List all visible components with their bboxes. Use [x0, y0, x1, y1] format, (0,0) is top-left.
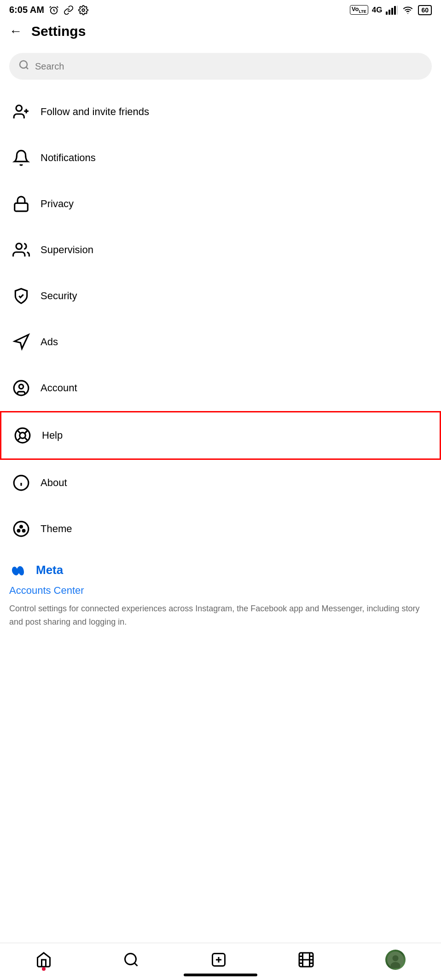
nfc-icon: [64, 5, 74, 15]
nav-create[interactable]: [210, 951, 227, 968]
svg-point-16: [16, 244, 22, 249]
menu-label-ads: Ads: [41, 336, 58, 348]
svg-line-24: [24, 431, 27, 434]
svg-point-9: [408, 13, 409, 14]
back-button[interactable]: ←: [9, 24, 22, 39]
menu-label-notifications: Notifications: [41, 152, 96, 164]
account-circle-icon: [9, 376, 33, 400]
svg-point-18: [19, 384, 23, 389]
home-icon: [35, 951, 52, 968]
svg-point-48: [392, 955, 398, 961]
info-circle-icon: [9, 471, 33, 495]
header: ← Settings: [0, 18, 441, 48]
svg-line-35: [134, 963, 138, 966]
meta-wordmark: Meta: [36, 563, 63, 577]
lock-icon: [9, 192, 33, 216]
lifebuoy-icon: [11, 423, 35, 447]
search-input[interactable]: [35, 61, 423, 72]
nav-reels[interactable]: [298, 951, 314, 968]
avatar: [385, 950, 406, 970]
svg-point-31: [23, 530, 25, 532]
menu-item-account[interactable]: Account: [0, 365, 441, 411]
alarm-icon: [49, 5, 59, 15]
megaphone-icon: [9, 330, 33, 354]
volte-badge: VoLTE: [350, 5, 368, 15]
svg-line-22: [24, 437, 28, 441]
svg-line-2: [57, 6, 58, 7]
menu-label-follow: Follow and invite friends: [41, 106, 149, 118]
svg-line-11: [26, 67, 28, 69]
search-nav-icon: [123, 951, 139, 968]
status-right-icons: VoLTE 4G 60: [350, 5, 432, 15]
svg-rect-4: [386, 12, 388, 15]
menu-item-ads[interactable]: Ads: [0, 319, 441, 365]
reels-icon: [298, 951, 314, 968]
svg-point-33: [17, 569, 19, 574]
status-bar: 6:05 AM VoLTE 4G 60: [0, 0, 441, 18]
home-indicator: [184, 974, 257, 976]
svg-point-20: [20, 433, 26, 439]
meta-section: Meta Accounts Center Control settings fo…: [0, 552, 441, 636]
svg-rect-5: [389, 10, 390, 15]
menu-item-about[interactable]: About: [0, 460, 441, 506]
svg-rect-6: [391, 8, 393, 15]
accounts-center-link[interactable]: Accounts Center: [9, 585, 432, 597]
svg-point-30: [17, 530, 20, 532]
wifi-icon: [401, 5, 414, 15]
create-icon: [210, 951, 227, 968]
meta-logo: Meta: [9, 563, 432, 577]
svg-point-34: [125, 954, 136, 965]
menu-label-security: Security: [41, 290, 77, 302]
settings-menu: Follow and invite friends Notifications …: [0, 89, 441, 552]
svg-point-10: [20, 61, 27, 68]
gear-icon: [78, 5, 88, 15]
search-container: [0, 48, 441, 89]
status-time: 6:05 AM: [9, 5, 88, 15]
home-dot: [42, 967, 46, 971]
menu-item-privacy[interactable]: Privacy: [0, 181, 441, 227]
svg-point-32: [20, 526, 23, 528]
svg-line-25: [17, 437, 21, 441]
nav-search[interactable]: [123, 951, 139, 968]
page-title: Settings: [31, 23, 86, 39]
svg-line-1: [50, 6, 51, 7]
menu-item-help[interactable]: Help: [0, 411, 441, 460]
menu-item-supervision[interactable]: Supervision: [0, 227, 441, 273]
menu-label-supervision: Supervision: [41, 244, 93, 256]
time-text: 6:05 AM: [9, 5, 44, 15]
svg-point-12: [16, 105, 22, 111]
search-bar[interactable]: [9, 53, 432, 80]
svg-point-3: [82, 9, 85, 12]
signal-icon: [386, 6, 398, 15]
menu-label-help: Help: [42, 429, 63, 441]
nav-home[interactable]: [35, 951, 52, 968]
network-badge: 4G: [372, 6, 383, 15]
meta-description: Control settings for connected experienc…: [9, 602, 432, 629]
menu-label-theme: Theme: [41, 523, 72, 535]
supervision-icon: [9, 238, 33, 262]
svg-point-29: [14, 522, 29, 536]
search-icon: [18, 59, 29, 73]
bell-icon: [9, 146, 33, 170]
nav-profile[interactable]: [385, 950, 406, 970]
meta-logo-icon: [9, 563, 31, 577]
menu-item-follow[interactable]: Follow and invite friends: [0, 89, 441, 135]
palette-icon: [9, 517, 33, 541]
menu-label-privacy: Privacy: [41, 198, 74, 210]
shield-check-icon: [9, 284, 33, 308]
menu-item-notifications[interactable]: Notifications: [0, 135, 441, 181]
svg-rect-8: [397, 6, 398, 15]
person-add-icon: [9, 100, 33, 124]
svg-line-21: [17, 430, 21, 434]
menu-label-about: About: [41, 477, 67, 489]
svg-rect-15: [15, 203, 28, 211]
menu-item-theme[interactable]: Theme: [0, 506, 441, 552]
battery-badge: 60: [418, 5, 432, 15]
svg-rect-7: [394, 6, 396, 15]
menu-label-account: Account: [41, 382, 77, 394]
menu-item-security[interactable]: Security: [0, 273, 441, 319]
